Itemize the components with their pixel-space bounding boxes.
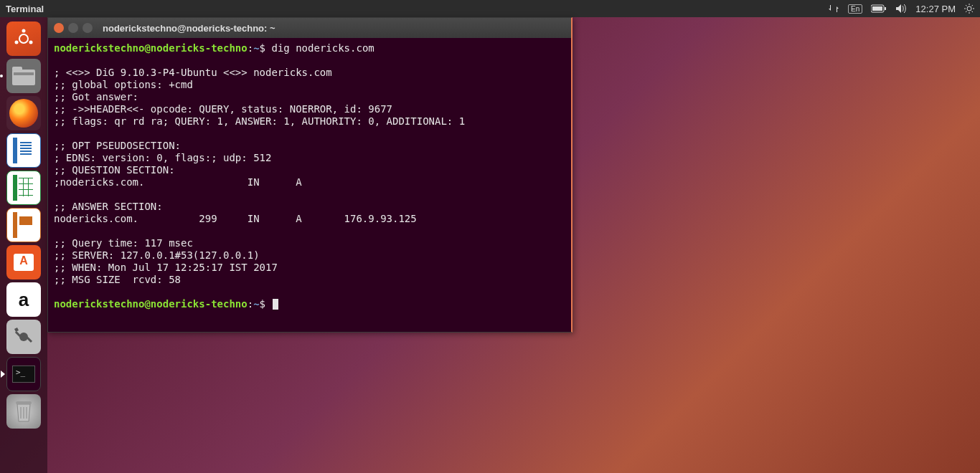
window-minimize-button[interactable] <box>68 23 78 33</box>
battery-icon[interactable] <box>871 4 887 13</box>
svg-line-8 <box>966 5 967 6</box>
launcher-libreoffice-writer[interactable] <box>6 133 41 168</box>
launcher-dash[interactable] <box>6 22 41 56</box>
svg-line-10 <box>966 11 967 13</box>
svg-point-3 <box>967 6 971 11</box>
active-app-title: Terminal <box>6 4 44 14</box>
svg-line-9 <box>972 11 974 13</box>
svg-rect-1 <box>885 7 886 10</box>
prompt-user-host: noderickstechno@nodericks-techno <box>54 42 248 54</box>
clock[interactable]: 12:27 PM <box>915 4 956 14</box>
session-gear-icon[interactable] <box>964 4 974 14</box>
svg-rect-16 <box>12 70 35 85</box>
svg-rect-20 <box>16 401 32 404</box>
launcher-files[interactable] <box>6 59 41 93</box>
svg-point-14 <box>29 41 33 44</box>
prompt-path: ~ <box>253 42 259 54</box>
launcher-system-settings[interactable] <box>6 320 41 354</box>
network-icon[interactable] <box>828 4 839 14</box>
system-indicators: En 12:27 PM <box>828 4 974 14</box>
window-maximize-button[interactable] <box>83 23 93 33</box>
prompt-symbol: $ <box>260 42 265 54</box>
prompt-sep: : <box>248 42 253 54</box>
svg-line-11 <box>972 5 974 6</box>
keyboard-layout-indicator[interactable]: En <box>848 4 862 14</box>
launcher-trash[interactable] <box>6 394 41 429</box>
terminal-output: ; <<>> DiG 9.10.3-P4-Ubuntu <<>> noderic… <box>54 67 465 285</box>
terminal-title: noderickstechno@nodericks-techno: ~ <box>103 23 275 34</box>
svg-point-13 <box>22 29 26 33</box>
prompt2-user-host: noderickstechno@nodericks-techno <box>54 298 248 310</box>
prompt-command: dig nodericks.com <box>271 42 374 54</box>
launcher-firefox[interactable] <box>6 96 41 130</box>
svg-rect-17 <box>12 67 22 71</box>
launcher-terminal[interactable] <box>6 357 41 391</box>
terminal-body[interactable]: noderickstechno@nodericks-techno:~$ dig … <box>48 38 571 315</box>
svg-point-19 <box>19 333 28 341</box>
terminal-window: noderickstechno@nodericks-techno: ~ node… <box>47 17 573 333</box>
terminal-titlebar[interactable]: noderickstechno@nodericks-techno: ~ <box>48 18 571 38</box>
volume-icon[interactable] <box>895 4 907 14</box>
svg-rect-18 <box>14 72 34 75</box>
launcher-libreoffice-calc[interactable] <box>6 171 41 205</box>
svg-rect-2 <box>872 6 882 11</box>
window-close-button[interactable] <box>54 23 64 33</box>
cursor <box>273 299 278 310</box>
top-menubar: Terminal En 12:27 PM <box>0 0 980 17</box>
unity-launcher: a <box>0 17 47 473</box>
svg-point-15 <box>15 41 19 44</box>
launcher-ubuntu-software[interactable] <box>6 245 41 280</box>
launcher-amazon[interactable]: a <box>6 282 41 317</box>
svg-point-12 <box>19 34 28 43</box>
launcher-libreoffice-impress[interactable] <box>6 208 41 242</box>
